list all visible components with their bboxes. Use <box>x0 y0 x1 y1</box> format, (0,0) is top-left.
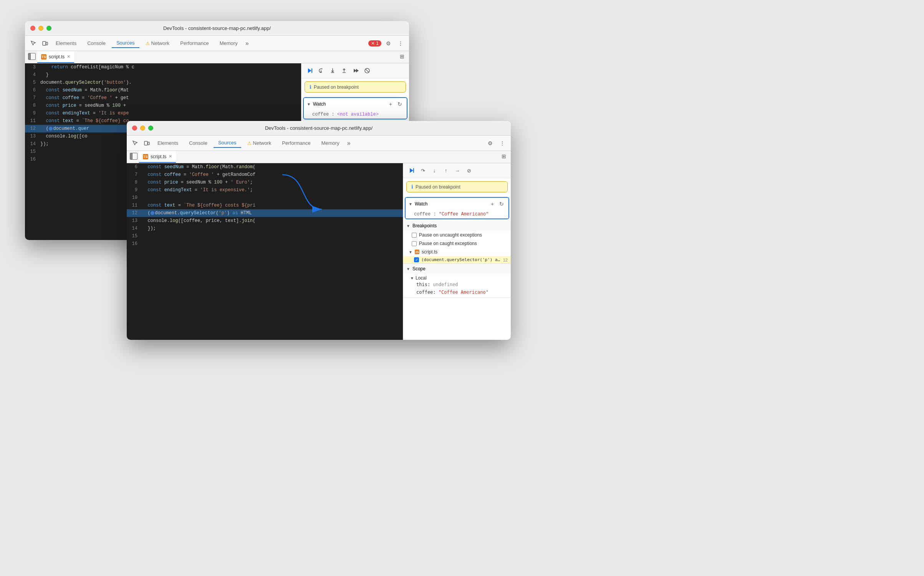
svg-rect-9 <box>148 142 149 145</box>
svg-rect-8 <box>144 141 147 145</box>
step-btn-1[interactable] <box>351 66 361 76</box>
tab-elements-1[interactable]: Elements <box>51 39 81 48</box>
svg-marker-5 <box>356 69 359 73</box>
scope-title: Scope <box>412 266 508 271</box>
device-icon-2[interactable] <box>141 138 152 149</box>
tab-sources-1[interactable]: Sources <box>112 38 139 48</box>
tab-performance-2[interactable]: Performance <box>277 139 315 147</box>
watch-value-1: <not available> <box>337 112 379 117</box>
step-over-btn-2[interactable]: ↷ <box>418 166 428 175</box>
tab-network-2[interactable]: ⚠ Network <box>243 139 276 147</box>
file-tab-script-1[interactable]: TS script.ts ✕ <box>37 51 74 63</box>
watch-section-1: ▼ Watch + ↻ coffee : <not available> <box>303 97 407 119</box>
bp-checkbox-uncaught[interactable] <box>412 233 417 238</box>
step-into-btn-1[interactable] <box>328 66 338 76</box>
deactivate-btn-1[interactable] <box>362 66 372 76</box>
svg-marker-2 <box>308 68 311 73</box>
code-line: 8 const price = seedNum % 100 + ' Euro'; <box>127 179 403 186</box>
tab-console-2[interactable]: Console <box>184 139 212 147</box>
expand-file-btn-2[interactable]: ⊞ <box>498 151 509 162</box>
device-icon[interactable] <box>40 38 50 49</box>
scope-coffee-val: "Coffee Americano" <box>439 290 488 295</box>
watch-value-2: "Coffee Americano" <box>439 212 489 217</box>
bp-script-name: script.ts <box>422 249 437 255</box>
tab-memory-1[interactable]: Memory <box>215 39 242 48</box>
toggle-sidebar-2[interactable] <box>128 151 139 162</box>
step-into-btn-2[interactable]: ↓ <box>429 166 439 175</box>
close-button-1[interactable] <box>30 26 35 31</box>
code-line: 9 const endingText = 'It is expe <box>25 109 301 117</box>
code-editor-2[interactable]: 6 const seedNum = Math.floor(Math.random… <box>127 163 403 340</box>
typescript-icon-1: TS <box>41 54 46 60</box>
maximize-button-2[interactable] <box>148 126 153 131</box>
add-watch-btn-1[interactable]: + <box>387 100 394 108</box>
bp-script-arrow: ▼ <box>409 250 412 254</box>
traffic-lights-2 <box>132 126 153 131</box>
file-tab-close-1[interactable]: ✕ <box>67 54 70 59</box>
scope-coffee-key: coffee: <box>416 290 436 295</box>
inspect-icon[interactable] <box>28 38 39 49</box>
bp-checkbox-caught[interactable] <box>412 241 417 246</box>
source-panel-2[interactable]: 6 const seedNum = Math.floor(Math.random… <box>127 163 403 340</box>
tab-bar-1: Elements Console Sources ⚠ Network Perfo… <box>51 38 368 48</box>
watch-key-2: coffee <box>414 212 431 217</box>
code-line-highlighted-2: 12 (document.querySelector('p') as HTML <box>127 209 403 217</box>
scope-header-2[interactable]: ▼ Scope <box>403 264 511 274</box>
step-over-btn-1[interactable] <box>316 66 326 76</box>
maximize-button-1[interactable] <box>46 26 51 31</box>
deactivate-btn-2[interactable]: ⊘ <box>464 166 474 175</box>
inspect-icon-2[interactable] <box>130 138 141 149</box>
minimize-button-1[interactable] <box>38 26 43 31</box>
step-btn-2[interactable]: → <box>452 166 462 175</box>
debugger-toolbar-1 <box>301 63 409 78</box>
overflow-tabs-1[interactable]: » <box>244 39 250 48</box>
more-icon-2[interactable]: ⋮ <box>497 138 508 149</box>
code-line: 3 return coffeeList[magicNum % c <box>25 63 301 71</box>
watch-section-2: ▼ Watch + ↻ coffee : "Coffee Americano" <box>405 197 509 219</box>
typescript-icon-2: TS <box>143 154 148 159</box>
close-button-2[interactable] <box>132 126 137 131</box>
settings-icon-2[interactable]: ⚙ <box>485 138 495 149</box>
svg-rect-3 <box>311 68 312 73</box>
watch-item-2: coffee : "Coffee Americano" <box>406 210 508 218</box>
tab-elements-2[interactable]: Elements <box>153 139 183 147</box>
scope-section-2: ▼ Scope ▼ Local this: undefined coffee: … <box>403 264 511 298</box>
info-icon-2: ℹ <box>411 184 413 190</box>
scope-local-header[interactable]: ▼ Local <box>410 275 508 281</box>
resume-btn-1[interactable] <box>305 66 315 76</box>
tab-sources-2[interactable]: Sources <box>214 138 241 148</box>
watch-header-1[interactable]: ▼ Watch + ↻ <box>304 98 407 110</box>
file-tab-close-2[interactable]: ✕ <box>169 154 172 159</box>
step-out-btn-2[interactable]: ↑ <box>441 166 451 175</box>
main-toolbar-1: Elements Console Sources ⚠ Network Perfo… <box>25 36 409 51</box>
overflow-tabs-2[interactable]: » <box>346 139 352 147</box>
toggle-sidebar-1[interactable] <box>26 51 37 62</box>
error-badge-1: ✕ 1 <box>368 40 381 46</box>
expand-file-btn-1[interactable]: ⊞ <box>397 51 407 62</box>
bp-code-checkbox[interactable] <box>414 257 419 262</box>
resume-btn-2[interactable] <box>406 166 416 175</box>
tab-memory-2[interactable]: Memory <box>317 139 344 147</box>
minimize-button-2[interactable] <box>140 126 145 131</box>
tab-network-1[interactable]: ⚠ Network <box>141 39 174 48</box>
sidebar-toggle-icon-1 <box>28 53 36 60</box>
step-out-btn-1[interactable] <box>339 66 349 76</box>
tab-console-1[interactable]: Console <box>83 39 110 48</box>
toolbar-right-1: ✕ 1 ⚙ ⋮ <box>368 38 406 49</box>
code-line: 14 }); <box>127 225 403 232</box>
watch-header-2[interactable]: ▼ Watch + ↻ <box>406 198 508 210</box>
scope-coffee-item: coffee: "Coffee Americano" <box>410 288 508 296</box>
refresh-watch-btn-2[interactable]: ↻ <box>498 200 505 208</box>
refresh-watch-btn-1[interactable]: ↻ <box>396 100 404 108</box>
settings-icon-1[interactable]: ⚙ <box>383 38 394 49</box>
tab-performance-1[interactable]: Performance <box>176 39 213 48</box>
breakpoints-header-2[interactable]: ▼ Breakpoints <box>403 221 511 231</box>
add-watch-btn-2[interactable]: + <box>488 200 496 208</box>
bp-item-caught: Pause on caught exceptions <box>403 239 511 248</box>
watch-arrow-icon-1: ▼ <box>307 102 311 106</box>
sidebar-toggle-icon-2 <box>130 153 137 160</box>
more-icon-1[interactable]: ⋮ <box>395 38 406 49</box>
code-line: 16 <box>127 240 403 248</box>
file-tab-script-2[interactable]: TS script.ts ✕ <box>139 151 176 163</box>
window-title-2: DevTools - consistent-source-map-pc.netl… <box>265 125 373 131</box>
